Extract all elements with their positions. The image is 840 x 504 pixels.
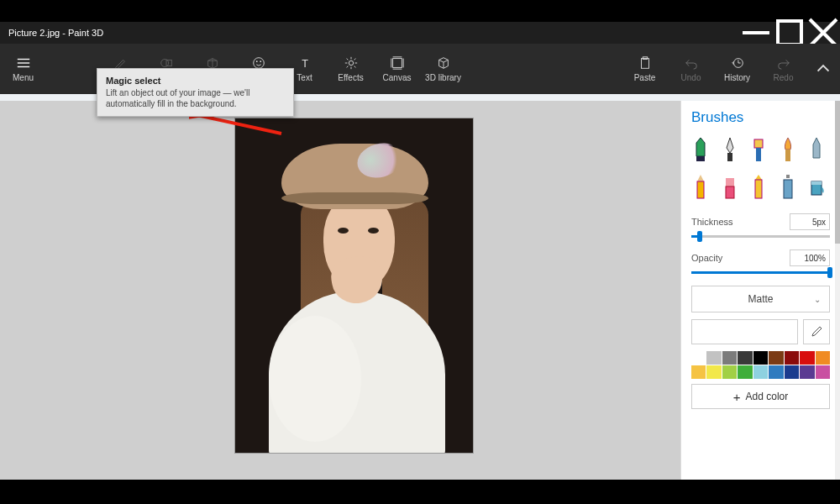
svg-rect-39 <box>726 186 734 198</box>
chevron-up-icon <box>816 61 831 76</box>
brush-watercolor[interactable] <box>779 134 797 163</box>
color-swatch[interactable] <box>785 351 799 365</box>
svg-rect-37 <box>697 181 704 198</box>
color-swatch[interactable] <box>816 365 830 379</box>
tooltip-body: Lift an object out of your image — we'll… <box>106 88 285 109</box>
svg-line-20 <box>354 59 355 60</box>
svg-line-19 <box>354 66 355 68</box>
history-button[interactable]: History <box>714 44 760 94</box>
menu-label: Menu <box>13 73 34 82</box>
svg-line-21 <box>346 66 348 68</box>
svg-text:T: T <box>302 58 308 70</box>
color-swatch[interactable] <box>816 351 830 365</box>
thickness-label: Thickness <box>691 217 733 227</box>
color-swatch[interactable] <box>691 365 706 379</box>
eyedropper-button[interactable] <box>803 319 830 344</box>
svg-rect-22 <box>392 59 402 68</box>
minimize-button[interactable] <box>739 22 773 44</box>
color-swatch[interactable] <box>753 365 768 379</box>
svg-rect-44 <box>811 181 822 185</box>
svg-rect-32 <box>696 156 705 161</box>
svg-rect-36 <box>785 150 790 161</box>
panel-scrollbar[interactable] <box>835 101 840 480</box>
svg-rect-41 <box>786 175 790 178</box>
current-color-swatch[interactable] <box>691 319 798 344</box>
svg-point-9 <box>253 58 264 69</box>
tab-3d-library[interactable]: 3D library <box>420 44 466 94</box>
tooltip-title: Magic select <box>106 76 285 86</box>
material-dropdown[interactable]: Matte ⌄ <box>691 286 830 312</box>
svg-point-11 <box>260 60 261 62</box>
svg-rect-40 <box>755 180 762 198</box>
redo-icon <box>776 55 791 71</box>
svg-rect-38 <box>726 178 734 186</box>
brush-calligraphy[interactable] <box>721 134 739 163</box>
color-swatch[interactable] <box>706 365 721 379</box>
brush-oil[interactable] <box>749 134 768 163</box>
opacity-thumb[interactable] <box>827 267 832 278</box>
brushes-panel: Brushes Thickness 5px Opacity 100% <box>680 101 840 480</box>
color-swatches <box>691 351 830 379</box>
undo-button[interactable]: Undo <box>668 44 714 94</box>
close-button[interactable] <box>806 22 840 44</box>
maximize-button[interactable] <box>773 22 806 44</box>
color-swatch[interactable] <box>800 365 814 379</box>
svg-rect-42 <box>784 180 792 198</box>
brush-pixel[interactable] <box>807 134 826 163</box>
brush-marker[interactable] <box>691 134 710 163</box>
redo-button[interactable]: Redo <box>760 44 806 94</box>
tab-effects[interactable]: Effects <box>328 44 374 94</box>
effects-icon <box>344 55 359 71</box>
svg-rect-1 <box>778 21 801 45</box>
title-bar: Picture 2.jpg - Paint 3D <box>0 22 840 44</box>
library-3d-icon <box>436 55 451 71</box>
brush-pencil[interactable] <box>691 171 710 200</box>
svg-point-13 <box>349 60 353 65</box>
color-swatch[interactable] <box>785 365 799 379</box>
undo-icon <box>684 55 699 71</box>
canvas-image[interactable] <box>234 118 474 454</box>
eyedropper-icon <box>810 325 823 339</box>
color-swatch[interactable] <box>769 351 783 365</box>
paste-icon <box>638 55 653 71</box>
opacity-slider[interactable] <box>691 271 830 274</box>
color-swatch[interactable] <box>738 365 752 379</box>
svg-line-18 <box>346 59 348 60</box>
color-swatch[interactable] <box>769 365 783 379</box>
color-swatch[interactable] <box>706 351 721 365</box>
canvas-icon <box>390 55 405 71</box>
menu-button[interactable]: Menu <box>0 44 46 94</box>
color-swatch[interactable] <box>691 351 706 365</box>
svg-rect-27 <box>641 59 648 69</box>
svg-rect-35 <box>756 148 761 161</box>
thickness-input[interactable]: 5px <box>790 213 830 230</box>
thickness-thumb[interactable] <box>697 231 702 242</box>
add-color-button[interactable]: + Add color <box>691 384 830 409</box>
brush-fill[interactable] <box>807 171 826 200</box>
svg-rect-33 <box>727 153 732 161</box>
chevron-down-icon: ⌄ <box>814 295 821 304</box>
brush-crayon[interactable] <box>749 171 768 200</box>
text-icon: T <box>297 55 312 71</box>
color-swatch[interactable] <box>722 365 737 379</box>
brush-spray[interactable] <box>779 171 797 200</box>
brush-eraser[interactable] <box>721 171 739 200</box>
color-swatch[interactable] <box>753 351 768 365</box>
color-swatch[interactable] <box>722 351 737 365</box>
color-swatch[interactable] <box>800 351 814 365</box>
thickness-slider[interactable] <box>691 235 830 238</box>
svg-point-10 <box>255 60 257 62</box>
color-swatch[interactable] <box>738 351 752 365</box>
history-icon <box>730 55 745 71</box>
expand-ribbon-button[interactable] <box>806 44 840 94</box>
canvas-workspace[interactable] <box>0 101 680 480</box>
svg-rect-34 <box>754 139 763 148</box>
opacity-input[interactable]: 100% <box>790 249 830 266</box>
tab-canvas[interactable]: Canvas <box>374 44 420 94</box>
brush-grid <box>691 134 830 200</box>
panel-title: Brushes <box>691 109 830 126</box>
hamburger-icon <box>16 55 31 71</box>
window-title: Picture 2.jpg - Paint 3D <box>0 28 739 38</box>
paste-button[interactable]: Paste <box>622 44 668 94</box>
opacity-label: Opacity <box>691 253 722 263</box>
